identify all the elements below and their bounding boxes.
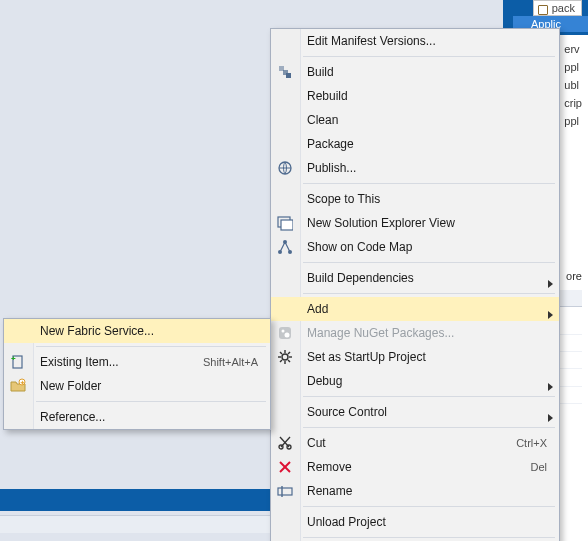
menu-item-label: Rebuild <box>307 89 348 103</box>
menu-item-shortcut: Ctrl+X <box>516 431 547 455</box>
menu-item-label: Cut <box>307 436 326 450</box>
context-menu-item-debug[interactable]: Debug <box>271 369 559 393</box>
menu-item-shortcut: Del <box>530 455 547 479</box>
context-menu-item-clean[interactable]: Clean <box>271 108 559 132</box>
menu-item-label: Edit Manifest Versions... <box>307 34 436 48</box>
menu-item-shortcut: Shift+Alt+A <box>203 350 258 374</box>
build-icon <box>277 64 293 80</box>
context-menu-item-edit-manifest[interactable]: Edit Manifest Versions... <box>271 29 559 53</box>
cut-icon <box>277 435 293 451</box>
context-menu-item-cut[interactable]: CutCtrl+X <box>271 431 559 455</box>
svg-line-17 <box>280 352 282 354</box>
svg-point-10 <box>282 330 285 333</box>
menu-item-label: Add <box>307 302 328 316</box>
svg-text:✦: ✦ <box>20 380 25 386</box>
gear-icon <box>277 349 293 365</box>
menu-separator <box>303 262 555 263</box>
context-menu-item-package[interactable]: Package <box>271 132 559 156</box>
add-submenu-item-new-fabric[interactable]: New Fabric Service... <box>4 319 270 343</box>
new-view-icon <box>277 215 293 231</box>
menu-separator <box>303 396 555 397</box>
menu-item-label: Remove <box>307 460 352 474</box>
solution-tree-peek: erv ppl ubl crip ppl <box>564 40 582 130</box>
context-menu-item-publish[interactable]: Publish... <box>271 156 559 180</box>
submenu-arrow-icon <box>548 406 553 430</box>
menu-item-label: Build <box>307 65 334 79</box>
menu-item-label: New Fabric Service... <box>40 324 154 338</box>
solution-tree-ore: ore <box>566 270 582 282</box>
remove-icon <box>277 459 293 475</box>
context-menu-item-source-ctrl[interactable]: Source Control <box>271 400 559 424</box>
context-menu-item-add[interactable]: Add <box>271 297 559 321</box>
svg-rect-2 <box>286 73 291 78</box>
menu-separator <box>303 537 555 538</box>
menu-separator <box>303 293 555 294</box>
menu-item-label: Show on Code Map <box>307 240 412 254</box>
packages-config-chip: pack <box>533 0 582 16</box>
context-menu-item-rebuild[interactable]: Rebuild <box>271 84 559 108</box>
context-menu-item-build-deps[interactable]: Build Dependencies <box>271 266 559 290</box>
menu-separator <box>303 427 555 428</box>
add-submenu-item-reference[interactable]: Reference... <box>4 405 270 429</box>
add-submenu-item-new-folder[interactable]: ✦New Folder <box>4 374 270 398</box>
menu-item-label: New Solution Explorer View <box>307 216 455 230</box>
nuget-icon <box>277 325 293 341</box>
menu-separator <box>303 56 555 57</box>
menu-item-label: Scope to This <box>307 192 380 206</box>
svg-rect-9 <box>279 327 291 339</box>
svg-point-11 <box>285 333 290 338</box>
svg-rect-27 <box>278 488 292 495</box>
add-submenu: New Fabric Service...+Existing Item...Sh… <box>3 318 271 430</box>
menu-item-label: New Folder <box>40 379 101 393</box>
menu-item-label: Build Dependencies <box>307 271 414 285</box>
menu-separator <box>303 183 555 184</box>
menu-item-label: Manage NuGet Packages... <box>307 326 454 340</box>
menu-item-label: Clean <box>307 113 338 127</box>
existing-icon: + <box>10 354 26 370</box>
svg-line-20 <box>280 360 282 362</box>
context-menu-item-rename[interactable]: Rename <box>271 479 559 503</box>
menu-item-label: Publish... <box>307 161 356 175</box>
menu-item-label: Existing Item... <box>40 355 119 369</box>
menu-separator <box>36 346 266 347</box>
menu-item-label: Unload Project <box>307 515 386 529</box>
svg-line-19 <box>288 352 290 354</box>
menu-item-label: Source Control <box>307 405 387 419</box>
add-submenu-item-existing-item[interactable]: +Existing Item...Shift+Alt+A <box>4 350 270 374</box>
context-menu-item-codemap[interactable]: Show on Code Map <box>271 235 559 259</box>
context-menu: Edit Manifest Versions...BuildRebuildCle… <box>270 28 560 541</box>
menu-item-label: Rename <box>307 484 352 498</box>
svg-text:+: + <box>11 354 16 363</box>
context-menu-item-remove[interactable]: RemoveDel <box>271 455 559 479</box>
svg-line-18 <box>288 360 290 362</box>
svg-rect-5 <box>281 220 293 230</box>
publish-icon <box>277 160 293 176</box>
menu-separator <box>36 401 266 402</box>
context-menu-item-scope[interactable]: Scope to This <box>271 187 559 211</box>
menu-item-label: Reference... <box>40 410 105 424</box>
menu-item-label: Set as StartUp Project <box>307 350 426 364</box>
menu-separator <box>303 506 555 507</box>
codemap-icon <box>277 239 293 255</box>
submenu-arrow-icon <box>548 272 553 296</box>
menu-item-label: Package <box>307 137 354 151</box>
context-menu-item-unload[interactable]: Unload Project <box>271 510 559 534</box>
svg-point-12 <box>282 354 288 360</box>
context-menu-item-new-sol-view[interactable]: New Solution Explorer View <box>271 211 559 235</box>
context-menu-item-startup[interactable]: Set as StartUp Project <box>271 345 559 369</box>
context-menu-item-nuget: Manage NuGet Packages... <box>271 321 559 345</box>
rename-icon <box>277 483 293 499</box>
context-menu-item-build[interactable]: Build <box>271 60 559 84</box>
submenu-arrow-icon <box>548 375 553 399</box>
menu-item-label: Debug <box>307 374 342 388</box>
new-folder-icon: ✦ <box>10 378 26 394</box>
